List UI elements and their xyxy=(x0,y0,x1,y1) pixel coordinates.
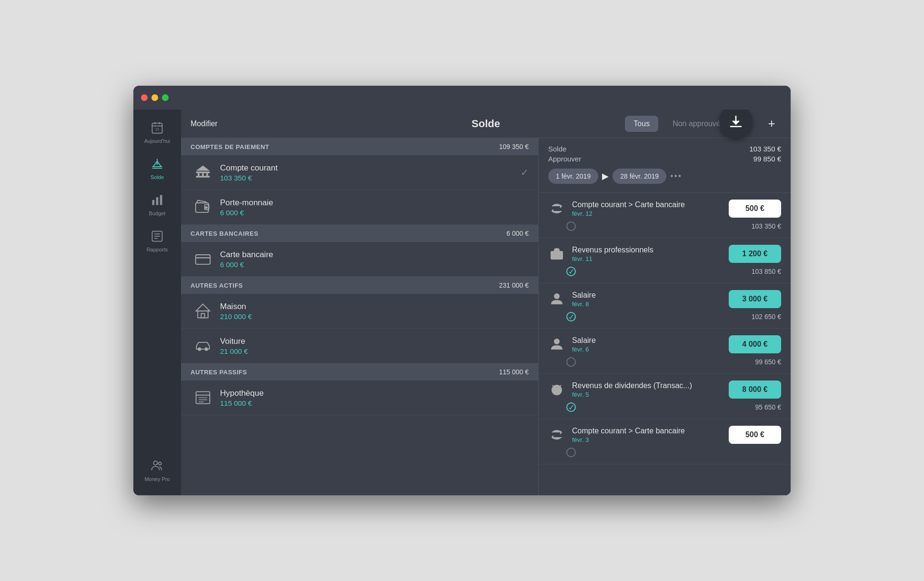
date-more-button[interactable]: ••• xyxy=(670,171,682,181)
account-item-compte-courant[interactable]: Compte courant 103 350 € ✓ xyxy=(181,155,538,190)
svg-point-33 xyxy=(198,348,201,351)
trans-name-t6: Compte courant > Carte bancaire xyxy=(572,427,722,435)
trans-name-t5: Revenus de dividendes (Transac...) xyxy=(572,381,722,390)
trans-status-t3: ✓ xyxy=(566,312,576,321)
group-name-autres-actifs: AUTRES ACTIFS xyxy=(191,282,243,289)
svg-rect-28 xyxy=(196,255,211,264)
trans-row1-t3: Salaire févr. 8 3 000 € xyxy=(548,290,781,308)
transaction-item-t1[interactable]: Compte courant > Carte bancaire févr. 12… xyxy=(539,193,791,238)
svg-rect-22 xyxy=(198,173,200,176)
account-balance-carte-bancaire: 6 000 € xyxy=(220,260,529,269)
trans-row2-t2: ✓ 103 850 € xyxy=(548,267,781,276)
svg-rect-10 xyxy=(156,197,159,205)
svg-rect-19 xyxy=(196,171,210,173)
summary-solde-value: 103 350 € xyxy=(749,145,781,153)
trans-date-t2: févr. 11 xyxy=(572,255,722,262)
trans-row2-t4: 99 650 € xyxy=(548,357,781,367)
account-item-maison[interactable]: Maison 210 000 € xyxy=(181,294,538,329)
traffic-lights xyxy=(141,94,169,101)
account-balance-hypotheque: 115 000 € xyxy=(220,399,529,407)
trans-balance-t3: 102 650 € xyxy=(583,313,781,321)
svg-rect-31 xyxy=(198,311,208,318)
trans-amount-t4[interactable]: 4 000 € xyxy=(729,335,781,353)
account-group-header-autres-passifs: AUTRES PASSIFS115 000 € xyxy=(181,363,538,381)
mortgage-icon-hypotheque xyxy=(192,387,213,408)
trans-row1-t1: Compte courant > Carte bancaire févr. 12… xyxy=(548,200,781,218)
page-title: Solde xyxy=(472,118,500,130)
trans-status-t2: ✓ xyxy=(566,267,576,276)
trans-amount-t1[interactable]: 500 € xyxy=(729,200,781,218)
transaction-item-t6[interactable]: Compte courant > Carte bancaire févr. 3 … xyxy=(539,419,791,464)
group-total-cartes-bancaires: 6 000 € xyxy=(506,230,529,237)
filter-tous-button[interactable]: Tous xyxy=(625,116,658,132)
account-info-carte-bancaire: Carte bancaire 6 000 € xyxy=(220,250,529,269)
trans-name-t3: Salaire xyxy=(572,291,722,300)
accounts-panel: COMPTES DE PAIEMENT109 350 € Compte cour… xyxy=(181,138,538,495)
svg-line-47 xyxy=(552,385,554,387)
two-column-layout: COMPTES DE PAIEMENT109 350 € Compte cour… xyxy=(181,138,791,495)
account-balance-porte-monnaie: 6 000 € xyxy=(220,209,529,217)
trans-balance-t2: 103 850 € xyxy=(583,268,781,275)
transaction-item-t3[interactable]: Salaire févr. 8 3 000 € ✓ 102 650 € xyxy=(539,283,791,329)
svg-rect-20 xyxy=(196,176,210,178)
download-button[interactable] xyxy=(719,110,753,138)
sidebar-item-money-pro[interactable]: Money Pro xyxy=(133,451,181,488)
transactions-header: Solde 103 350 € Approuver 99 850 € 1 fév… xyxy=(539,138,791,188)
date-start[interactable]: 1 févr. 2019 xyxy=(548,169,598,184)
person-icon-t4 xyxy=(548,336,565,353)
sidebar-item-today[interactable]: 15 Aujourd'hui xyxy=(133,113,181,150)
sidebar-bottom-label: Money Pro xyxy=(144,476,170,482)
maximize-button[interactable] xyxy=(162,94,169,101)
minimize-button[interactable] xyxy=(151,94,158,101)
trans-date-t1: févr. 12 xyxy=(572,210,722,217)
account-item-hypotheque[interactable]: Hypothèque 115 000 € xyxy=(181,381,538,415)
calendar-icon: 15 xyxy=(149,119,166,136)
balance-icon xyxy=(149,155,166,172)
sidebar-item-solde[interactable]: Solde xyxy=(133,150,181,186)
trans-info-t4: Salaire févr. 6 xyxy=(572,336,722,353)
transaction-item-t4[interactable]: Salaire févr. 6 4 000 € 99 650 € xyxy=(539,329,791,374)
summary-approuver-label: Approuver xyxy=(548,155,581,163)
sidebar-item-rapports[interactable]: Rapports xyxy=(133,222,181,258)
sidebar-item-budget[interactable]: Budget xyxy=(133,186,181,222)
account-info-maison: Maison 210 000 € xyxy=(220,302,529,321)
svg-rect-11 xyxy=(160,195,162,205)
topbar-right: Tous Non approuvé( ⌕ + xyxy=(625,114,781,133)
trans-amount-t6[interactable]: 500 € xyxy=(729,426,781,444)
trans-row2-t3: ✓ 102 650 € xyxy=(548,312,781,321)
transaction-item-t2[interactable]: Revenus professionnels févr. 11 1 200 € … xyxy=(539,238,791,283)
modifier-button[interactable]: Modifier xyxy=(191,120,218,128)
budget-icon xyxy=(149,191,166,209)
rapports-icon xyxy=(149,228,166,245)
trans-status-t6 xyxy=(566,448,576,457)
topbar: Modifier Solde Tous Non approuvé( ⌕ + xyxy=(181,110,791,138)
account-item-carte-bancaire[interactable]: Carte bancaire 6 000 € xyxy=(181,242,538,277)
alarm-icon-t5 xyxy=(548,381,565,398)
close-button[interactable] xyxy=(141,94,148,101)
group-name-autres-passifs: AUTRES PASSIFS xyxy=(191,369,247,376)
account-item-porte-monnaie[interactable]: Porte-monnaie 6 000 € xyxy=(181,190,538,225)
account-group-header-cartes-bancaires: CARTES BANCAIRES6 000 € xyxy=(181,225,538,242)
date-end[interactable]: 28 févr. 2019 xyxy=(613,169,666,184)
account-item-voiture[interactable]: Voiture 21 000 € xyxy=(181,329,538,363)
transfer-icon-t6 xyxy=(548,426,565,443)
account-balance-voiture: 21 000 € xyxy=(220,347,529,355)
date-range: 1 févr. 2019 ▶ 28 févr. 2019 ••• xyxy=(548,169,781,184)
trans-balance-t4: 99 650 € xyxy=(583,358,781,366)
account-balance-compte-courant: 103 350 € xyxy=(220,174,521,182)
car-icon-voiture xyxy=(192,335,213,356)
trans-row1-t5: Revenus de dividendes (Transac...) févr.… xyxy=(548,381,781,399)
trans-row2-t5: ✓ 95 650 € xyxy=(548,402,781,412)
transaction-item-t5[interactable]: Revenus de dividendes (Transac...) févr.… xyxy=(539,374,791,419)
svg-point-43 xyxy=(554,339,559,344)
check-icon-compte-courant: ✓ xyxy=(521,167,529,178)
app-window: 15 Aujourd'hui Solde Budget Ra xyxy=(133,86,791,495)
trans-row1-t4: Salaire févr. 6 4 000 € xyxy=(548,335,781,353)
trans-amount-t3[interactable]: 3 000 € xyxy=(729,290,781,308)
trans-row1-t6: Compte courant > Carte bancaire févr. 3 … xyxy=(548,426,781,444)
trans-amount-t5[interactable]: 8 000 € xyxy=(729,381,781,399)
user-group-icon xyxy=(149,457,166,474)
trans-amount-t2[interactable]: 1 200 € xyxy=(729,245,781,263)
add-transaction-button[interactable]: + xyxy=(762,114,781,133)
account-info-voiture: Voiture 21 000 € xyxy=(220,337,529,355)
